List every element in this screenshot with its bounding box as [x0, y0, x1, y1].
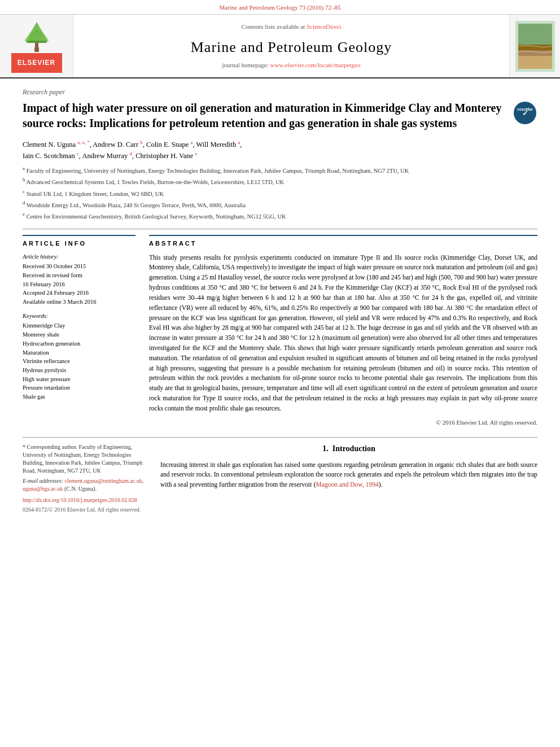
intro-paragraph-1: Increasing interest in shale gas explora… [160, 460, 537, 490]
footer-intro-area: * Corresponding author. Faculty of Engin… [23, 443, 537, 514]
article-history: Article history: Received 30 October 201… [23, 253, 135, 307]
article-body-columns: ARTICLE INFO Article history: Received 3… [23, 235, 537, 427]
affiliations: a Faculty of Engineering, University of … [23, 165, 537, 221]
keyword-6: Hydrous pyrolysis [23, 366, 135, 375]
elsevier-brand: ELSEVIER [11, 53, 62, 73]
svg-text:CrossMark: CrossMark [517, 107, 533, 111]
keyword-8: Pressure retardation [23, 384, 135, 392]
history-accepted: Accepted 24 February 2016 [23, 289, 135, 298]
journal-citation: Marine and Petroleum Geology 73 (2016) 7… [219, 4, 340, 11]
homepage-line: journal homepage: www.elsevier.com/locat… [222, 61, 361, 69]
sciencedirect-line: Contents lists available at ScienceDirec… [241, 23, 341, 31]
email-label: E-mail addresses: [23, 478, 63, 484]
affil-a: a Faculty of Engineering, University of … [23, 165, 537, 175]
header-right-svg [515, 21, 555, 72]
keyword-4: Maturation [23, 349, 135, 357]
sciencedirect-link[interactable]: ScienceDirect [307, 23, 342, 30]
article-type-label: Research paper [23, 88, 537, 97]
section-divider [23, 229, 537, 229]
keyword-3: Hydrocarbon generation [23, 340, 135, 348]
corresponding-author-note: * Corresponding author. Faculty of Engin… [23, 443, 147, 475]
keyword-1: Kimmeridge Clay [23, 322, 135, 330]
author-7: Christopher H. Vane e [135, 152, 197, 160]
history-received: Received 30 October 2015 [23, 263, 135, 271]
doi-link[interactable]: http://dx.doi.org/10.1016/j.marpetgeo.20… [23, 496, 147, 504]
author-4: Will Meredith a [196, 141, 240, 148]
crossmark-svg: ✓ CrossMark [517, 105, 533, 121]
affil-e: e Centre for Environmental Geochemistry,… [23, 211, 537, 221]
email-author-ref: (C.N. Uguna). [64, 486, 97, 492]
email-link-2[interactable]: uguna@bgs.ac.uk [23, 486, 63, 492]
article-info-header: ARTICLE INFO [23, 239, 135, 248]
article-info-section: ARTICLE INFO Article history: Received 3… [23, 235, 135, 401]
history-online: Available online 3 March 2016 [23, 298, 135, 307]
introduction-column: 1. Introduction Increasing interest in s… [160, 443, 537, 514]
copyright-line: © 2016 Elsevier Ltd. All rights reserved… [149, 418, 537, 427]
issn-line: 0264-8172/© 2016 Elsevier Ltd. All right… [23, 506, 147, 514]
history-revised-date: 16 February 2016 [23, 281, 135, 289]
email-note: E-mail addresses: clement.uguna@nottingh… [23, 477, 147, 493]
journal-topline: Marine and Petroleum Geology 73 (2016) 7… [0, 0, 560, 15]
footnotes-column: * Corresponding author. Faculty of Engin… [23, 443, 147, 514]
author-2: Andrew D. Carr b [93, 141, 143, 148]
author-3: Colin E. Snape a [146, 141, 193, 148]
keyword-2: Monterey shale [23, 331, 135, 339]
intro-section-title: 1. Introduction [160, 443, 537, 455]
header-right-image [509, 15, 560, 77]
svg-rect-9 [518, 55, 552, 69]
keyword-9: Shale gas [23, 393, 135, 401]
abstract-section: ABSTRACT This study presents results for… [149, 235, 537, 427]
elsevier-logo-area: ELSEVIER [0, 15, 73, 77]
page: Marine and Petroleum Geology 73 (2016) 7… [0, 0, 560, 747]
tree-graphic-icon [14, 19, 59, 53]
journal-title-header: Marine and Petroleum Geology [191, 37, 392, 58]
abstract-text: This study presents results for pyrolysi… [149, 253, 537, 414]
footnote-divider [23, 437, 537, 438]
history-revised: Received in revised form [23, 272, 135, 280]
header-area: ELSEVIER Contents lists available at Sci… [0, 15, 560, 78]
author-6: Andrew Murray d [82, 152, 132, 160]
keywords-section: Keywords: Kimmeridge Clay Monterey shale… [23, 312, 135, 401]
svg-marker-4 [24, 24, 49, 41]
homepage-link[interactable]: www.elsevier.com/locate/marpetgeo [270, 62, 360, 68]
ref-magoon[interactable]: Magoon and Dow, 1994 [316, 481, 379, 488]
affil-b: b Advanced Geochemical Systems Ltd, 1 To… [23, 176, 537, 186]
abstract-header: ABSTRACT [149, 239, 537, 248]
affil-c: c Statoil UK Ltd, 1 Kingdom Street, Lond… [23, 188, 537, 198]
crossmark-icon: ✓ CrossMark [514, 102, 536, 124]
keywords-label: Keywords: [23, 312, 135, 321]
keyword-5: Vitrinite reflectance [23, 357, 135, 366]
article-title: Impact of high water pressure on oil gen… [23, 101, 537, 131]
crossmark-badge: ✓ CrossMark [513, 101, 537, 125]
abstract-column: ABSTRACT This study presents results for… [149, 235, 537, 427]
authors-line: Clement N. Uguna a, e, *, Andrew D. Carr… [23, 139, 537, 161]
keyword-7: High water pressure [23, 375, 135, 384]
main-content: Research paper Impact of high water pres… [0, 78, 560, 523]
history-label: Article history: [23, 253, 135, 261]
email-link-1[interactable]: clement.uguna@nottingham.ac.uk [65, 478, 142, 484]
affil-d: d Woodside Energy Ltd., Woodside Plaza, … [23, 199, 537, 209]
article-info-column: ARTICLE INFO Article history: Received 3… [23, 235, 135, 427]
journal-header-center: Contents lists available at ScienceDirec… [73, 15, 509, 77]
author-5: Iain C. Scotchman c [23, 152, 79, 160]
author-1: Clement N. Uguna a, e, * [23, 141, 90, 148]
svg-rect-12 [518, 24, 552, 45]
